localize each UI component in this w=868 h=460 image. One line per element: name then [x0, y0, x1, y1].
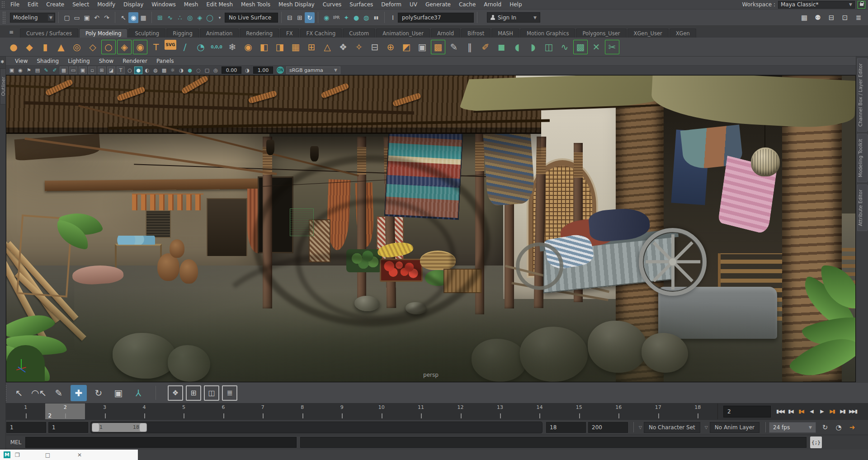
menu-item[interactable]: Deform: [377, 1, 406, 8]
right-sidebar-tab[interactable]: Attribute Editor: [857, 185, 868, 231]
material-icon[interactable]: ◍: [151, 66, 160, 74]
menu-item[interactable]: Mesh Tools: [237, 1, 274, 8]
lighting-icon[interactable]: ☼: [169, 66, 177, 74]
anim-layer-selector[interactable]: No Anim Layer: [710, 422, 760, 433]
close-icon[interactable]: ✕: [77, 452, 82, 458]
width-edit-icon[interactable]: ⊟: [368, 40, 382, 54]
textured-icon[interactable]: ◐: [143, 66, 151, 74]
command-result-field[interactable]: [300, 437, 807, 448]
film-gate-icon[interactable]: ▦: [60, 66, 68, 74]
animation-start-field[interactable]: 1: [6, 422, 46, 433]
chevron-down-icon[interactable]: ▽: [705, 425, 708, 430]
frame-cell[interactable]: 14: [520, 403, 559, 419]
retopologize-icon[interactable]: ✕: [589, 40, 604, 54]
shelf-tab[interactable]: Rendering: [240, 28, 279, 38]
outliner-layout-button[interactable]: ≣: [222, 385, 237, 401]
multi-cut-icon[interactable]: ✎: [447, 40, 461, 54]
edge-flow-icon[interactable]: ‖: [462, 40, 477, 54]
corner-bevel-icon[interactable]: ◩: [399, 40, 414, 54]
range-slider-track[interactable]: 1 18: [90, 422, 542, 433]
diamonds-icon[interactable]: ❖: [336, 40, 350, 54]
frame-cell[interactable]: 18: [678, 403, 717, 419]
stack-icon[interactable]: ▣: [415, 40, 429, 54]
image-plane-icon[interactable]: ▤: [33, 66, 42, 74]
bookmark-icon[interactable]: ⚑: [25, 66, 33, 74]
menu-set-selector[interactable]: Modeling ▼: [10, 13, 55, 23]
menu-item[interactable]: UV: [406, 1, 421, 8]
save-scene-icon[interactable]: ▣: [82, 12, 92, 23]
frame-cell[interactable]: 10: [362, 403, 401, 419]
split-pane-layout-button[interactable]: ◫: [204, 385, 219, 401]
shelf-tab[interactable]: XGen_User: [627, 28, 669, 38]
character-controls-icon[interactable]: ⚉: [813, 12, 823, 23]
single-pane-layout-button[interactable]: ❖: [168, 385, 183, 401]
shelf-tab[interactable]: Sculpting: [128, 28, 165, 38]
panel-menu-item[interactable]: View: [10, 58, 32, 64]
four-pane-layout-button[interactable]: ⊞: [186, 385, 201, 401]
smooth-icon[interactable]: ∿: [557, 40, 572, 54]
go-to-end-button[interactable]: ▶▶▮: [848, 406, 858, 417]
panel-menu-item[interactable]: Shading: [32, 58, 63, 64]
measure-distance-icon[interactable]: ∕: [178, 40, 192, 54]
shelf-tab[interactable]: FX Caching: [300, 28, 342, 38]
poly-torus-icon[interactable]: ◎: [70, 40, 84, 54]
shelf-tab[interactable]: Bifrost: [461, 28, 491, 38]
frame-cell[interactable]: 4: [124, 403, 164, 419]
render-current-frame-icon[interactable]: ◉: [321, 12, 331, 23]
smooth-shade-icon[interactable]: ●: [134, 66, 142, 74]
shelf-tab[interactable]: FX: [280, 28, 299, 38]
shelf-tab[interactable]: Arnold: [431, 28, 460, 38]
no-live-surface-field[interactable]: No Live Surface: [225, 13, 278, 23]
sphere-project-icon[interactable]: ⊕: [383, 40, 398, 54]
frame-cell[interactable]: 3: [85, 403, 124, 419]
menubar-drag-handle[interactable]: [1, 1, 5, 8]
frame-cell[interactable]: 7: [243, 403, 283, 419]
shelf-tab[interactable]: Animation_User: [376, 28, 430, 38]
separate-icon[interactable]: ◧: [257, 40, 271, 54]
shelf-menu-icon[interactable]: ≡: [6, 28, 16, 36]
frame-cell[interactable]: 9: [322, 403, 362, 419]
shelf-tab[interactable]: Animation: [200, 28, 239, 38]
redo-icon[interactable]: ↷: [102, 12, 112, 23]
cut-tool-icon[interactable]: ✂: [605, 40, 619, 54]
snap-options-caret-icon[interactable]: ▾: [215, 12, 225, 23]
absolute-transform-icon[interactable]: I: [388, 12, 398, 23]
menu-item[interactable]: Surfaces: [345, 1, 377, 8]
platonic-solid-icon[interactable]: ◈: [117, 40, 132, 54]
safe-action-icon[interactable]: ⊞: [98, 66, 106, 74]
toolbar-drag-handle[interactable]: [2, 11, 6, 24]
extract-icon[interactable]: ◨: [273, 40, 287, 54]
resolution-gate-icon[interactable]: ▭: [69, 66, 77, 74]
panel-menu-item[interactable]: Renderer: [118, 58, 152, 64]
reset-transform-icon[interactable]: 0,0,0: [209, 40, 224, 54]
step-back-frame-button[interactable]: ▮◀: [786, 406, 795, 417]
output-connections-icon[interactable]: ⊞: [295, 12, 305, 23]
boolean-slice-icon[interactable]: ◫: [542, 40, 556, 54]
lasso-tool-icon[interactable]: ◠↖: [31, 385, 47, 401]
range-slider-bar[interactable]: 1 18: [92, 423, 147, 432]
gate-mask-icon[interactable]: ▣: [79, 66, 87, 74]
poly-cone-icon[interactable]: ▲: [54, 40, 68, 54]
range-end-handle[interactable]: [140, 423, 146, 432]
input-connections-icon[interactable]: ⊟: [285, 12, 295, 23]
character-set-selector[interactable]: No Character Set: [644, 422, 700, 433]
frame-cell[interactable]: 1: [6, 403, 45, 419]
channel-box-toggle-icon[interactable]: ⊟: [826, 12, 836, 23]
panel-menu-item[interactable]: Panels: [152, 58, 179, 64]
frame-cell[interactable]: 8: [283, 403, 322, 419]
xray-icon[interactable]: ◌: [194, 66, 203, 74]
new-scene-icon[interactable]: ▢: [62, 12, 72, 23]
exposure-icon[interactable]: ◎: [212, 66, 220, 74]
step-forward-frame-button[interactable]: ▶▮: [838, 406, 847, 417]
modeling-toolkit-toggle-icon[interactable]: ▦: [799, 12, 809, 23]
svg-tool-icon[interactable]: SVG: [165, 40, 176, 50]
make-live-icon[interactable]: ◯: [205, 12, 215, 23]
shelf-tab[interactable]: MASH: [491, 28, 519, 38]
panel-menu-item[interactable]: Show: [94, 58, 118, 64]
remesh-icon[interactable]: ▩: [573, 40, 588, 54]
render-settings-icon[interactable]: ✦: [341, 12, 351, 23]
frame-cell[interactable]: 11: [401, 403, 440, 419]
frame-cell[interactable]: 13: [480, 403, 519, 419]
menu-item[interactable]: Windows: [147, 1, 180, 8]
object-name-field[interactable]: polySurface37: [398, 13, 474, 23]
